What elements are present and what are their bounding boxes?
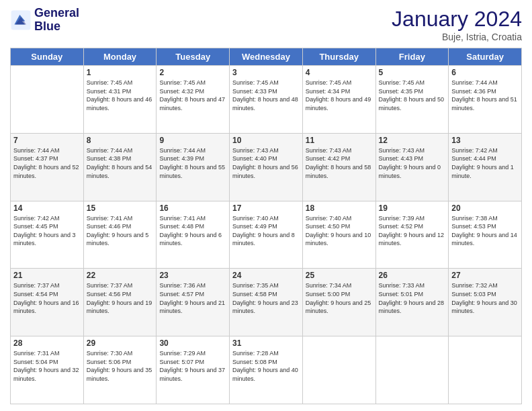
calendar-cell: 20Sunrise: 7:38 AMSunset: 4:53 PMDayligh… [449,201,522,269]
cell-info: Sunrise: 7:41 AMSunset: 4:48 PMDaylight:… [159,214,226,248]
cell-info: Sunrise: 7:28 AMSunset: 5:08 PMDaylight:… [232,349,300,383]
title-block: January 2024 Buje, Istria, Croatia [392,7,522,42]
logo-icon [10,9,32,31]
calendar-cell: 18Sunrise: 7:40 AMSunset: 4:50 PMDayligh… [302,201,375,269]
cell-info: Sunrise: 7:44 AMSunset: 4:37 PMDaylight:… [13,146,81,180]
calendar-table: SundayMondayTuesdayWednesdayThursdayFrid… [10,48,522,404]
cell-info: Sunrise: 7:43 AMSunset: 4:40 PMDaylight:… [232,146,300,180]
calendar-cell: 30Sunrise: 7:29 AMSunset: 5:07 PMDayligh… [157,336,230,404]
cell-day-number: 14 [13,203,81,213]
cell-info: Sunrise: 7:43 AMSunset: 4:43 PMDaylight:… [379,146,446,180]
weekday-header-row: SundayMondayTuesdayWednesdayThursdayFrid… [11,48,522,66]
calendar-cell [449,336,522,404]
calendar-cell [375,336,449,404]
calendar-cell: 26Sunrise: 7:33 AMSunset: 5:01 PMDayligh… [375,269,449,336]
calendar-cell: 10Sunrise: 7:43 AMSunset: 4:40 PMDayligh… [230,133,303,201]
weekday-header-friday: Friday [375,48,449,66]
cell-day-number: 11 [306,136,373,145]
cell-day-number: 15 [87,203,154,213]
cell-day-number: 21 [13,271,81,280]
weekday-header-tuesday: Tuesday [157,48,230,66]
week-row-3: 21Sunrise: 7:37 AMSunset: 4:54 PMDayligh… [11,269,522,336]
cell-day-number: 19 [379,203,446,213]
calendar-cell: 29Sunrise: 7:30 AMSunset: 5:06 PMDayligh… [83,336,157,404]
calendar-cell: 19Sunrise: 7:39 AMSunset: 4:52 PMDayligh… [375,201,449,269]
cell-info: Sunrise: 7:45 AMSunset: 4:34 PMDaylight:… [306,79,373,112]
cell-day-number: 10 [232,136,300,145]
cell-info: Sunrise: 7:37 AMSunset: 4:54 PMDaylight:… [13,281,81,315]
cell-day-number: 26 [379,271,446,280]
cell-day-number: 18 [306,203,373,213]
cell-day-number: 13 [451,136,519,145]
cell-info: Sunrise: 7:42 AMSunset: 4:45 PMDaylight:… [13,214,81,248]
cell-day-number: 24 [232,271,300,280]
weekday-header-monday: Monday [83,48,157,66]
cell-day-number: 2 [159,68,226,77]
weekday-header-wednesday: Wednesday [230,48,303,66]
main-title: January 2024 [392,7,522,32]
cell-info: Sunrise: 7:42 AMSunset: 4:44 PMDaylight:… [451,146,519,180]
cell-day-number: 29 [87,338,154,348]
calendar-cell: 2Sunrise: 7:45 AMSunset: 4:32 PMDaylight… [157,66,230,134]
calendar-cell: 11Sunrise: 7:43 AMSunset: 4:42 PMDayligh… [302,133,375,201]
week-row-1: 7Sunrise: 7:44 AMSunset: 4:37 PMDaylight… [11,133,522,201]
calendar-cell: 4Sunrise: 7:45 AMSunset: 4:34 PMDaylight… [302,66,375,134]
week-row-0: 1Sunrise: 7:45 AMSunset: 4:31 PMDaylight… [11,66,522,134]
logo: General Blue [10,7,79,34]
calendar-cell: 27Sunrise: 7:32 AMSunset: 5:03 PMDayligh… [449,269,522,336]
calendar-cell: 9Sunrise: 7:44 AMSunset: 4:39 PMDaylight… [157,133,230,201]
cell-info: Sunrise: 7:31 AMSunset: 5:04 PMDaylight:… [13,349,81,383]
cell-info: Sunrise: 7:44 AMSunset: 4:39 PMDaylight:… [159,146,226,180]
cell-info: Sunrise: 7:43 AMSunset: 4:42 PMDaylight:… [306,146,373,180]
cell-info: Sunrise: 7:29 AMSunset: 5:07 PMDaylight:… [159,349,226,383]
header: General Blue January 2024 Buje, Istria, … [10,7,522,42]
cell-day-number: 27 [451,271,519,280]
calendar-cell: 17Sunrise: 7:40 AMSunset: 4:49 PMDayligh… [230,201,303,269]
cell-info: Sunrise: 7:45 AMSunset: 4:33 PMDaylight:… [232,79,300,112]
calendar-cell: 3Sunrise: 7:45 AMSunset: 4:33 PMDaylight… [230,66,303,134]
cell-day-number: 6 [451,68,519,77]
calendar-cell: 5Sunrise: 7:45 AMSunset: 4:35 PMDaylight… [375,66,449,134]
cell-info: Sunrise: 7:45 AMSunset: 4:32 PMDaylight:… [159,79,226,112]
calendar-cell: 1Sunrise: 7:45 AMSunset: 4:31 PMDaylight… [83,66,157,134]
calendar-cell: 8Sunrise: 7:44 AMSunset: 4:38 PMDaylight… [83,133,157,201]
calendar-cell: 13Sunrise: 7:42 AMSunset: 4:44 PMDayligh… [449,133,522,201]
cell-day-number: 12 [379,136,446,145]
subtitle: Buje, Istria, Croatia [392,32,522,42]
calendar-cell: 6Sunrise: 7:44 AMSunset: 4:36 PMDaylight… [449,66,522,134]
page: General Blue January 2024 Buje, Istria, … [0,0,532,411]
cell-info: Sunrise: 7:40 AMSunset: 4:49 PMDaylight:… [232,214,300,248]
weekday-header-saturday: Saturday [449,48,522,66]
calendar-cell: 15Sunrise: 7:41 AMSunset: 4:46 PMDayligh… [83,201,157,269]
cell-day-number: 8 [87,136,154,145]
cell-info: Sunrise: 7:30 AMSunset: 5:06 PMDaylight:… [87,349,154,383]
cell-info: Sunrise: 7:44 AMSunset: 4:38 PMDaylight:… [87,146,154,180]
cell-day-number: 28 [13,338,81,348]
cell-day-number: 31 [232,338,300,348]
cell-day-number: 9 [159,136,226,145]
cell-day-number: 3 [232,68,300,77]
cell-info: Sunrise: 7:39 AMSunset: 4:52 PMDaylight:… [379,214,446,248]
calendar-cell: 22Sunrise: 7:37 AMSunset: 4:56 PMDayligh… [83,269,157,336]
cell-info: Sunrise: 7:44 AMSunset: 4:36 PMDaylight:… [451,79,519,112]
cell-day-number: 1 [87,68,154,77]
cell-day-number: 25 [306,271,373,280]
cell-day-number: 5 [379,68,446,77]
logo-text: General Blue [34,7,79,34]
cell-day-number: 17 [232,203,300,213]
cell-day-number: 23 [159,271,226,280]
cell-info: Sunrise: 7:36 AMSunset: 4:57 PMDaylight:… [159,281,226,315]
calendar-cell: 31Sunrise: 7:28 AMSunset: 5:08 PMDayligh… [230,336,303,404]
cell-info: Sunrise: 7:38 AMSunset: 4:53 PMDaylight:… [451,214,519,248]
cell-info: Sunrise: 7:37 AMSunset: 4:56 PMDaylight:… [87,281,154,315]
calendar-cell: 25Sunrise: 7:34 AMSunset: 5:00 PMDayligh… [302,269,375,336]
calendar-cell: 24Sunrise: 7:35 AMSunset: 4:58 PMDayligh… [230,269,303,336]
cell-day-number: 16 [159,203,226,213]
calendar-cell: 7Sunrise: 7:44 AMSunset: 4:37 PMDaylight… [11,133,84,201]
cell-info: Sunrise: 7:40 AMSunset: 4:50 PMDaylight:… [306,214,373,248]
cell-day-number: 4 [306,68,373,77]
calendar-cell [302,336,375,404]
cell-info: Sunrise: 7:34 AMSunset: 5:00 PMDaylight:… [306,281,373,315]
cell-info: Sunrise: 7:35 AMSunset: 4:58 PMDaylight:… [232,281,300,315]
calendar-cell: 14Sunrise: 7:42 AMSunset: 4:45 PMDayligh… [11,201,84,269]
